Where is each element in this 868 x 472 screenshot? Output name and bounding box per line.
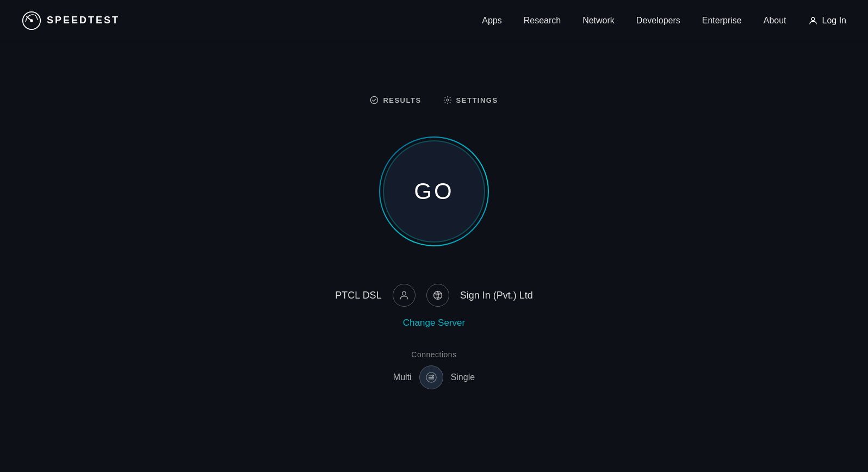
svg-point-3 <box>371 96 378 103</box>
single-option: Single <box>451 372 475 382</box>
multi-option: Multi <box>393 372 412 382</box>
navbar: SPEEDTEST Apps Research Network Develope… <box>0 0 868 41</box>
login-button[interactable]: Log In <box>808 16 846 26</box>
tabs-bar: RESULTS SETTINGS <box>370 96 498 104</box>
gear-icon <box>443 96 452 104</box>
main-content: RESULTS SETTINGS GO <box>0 41 868 389</box>
profile-icon <box>399 290 410 301</box>
checkmark-icon <box>370 96 379 104</box>
nav-network[interactable]: Network <box>582 16 615 26</box>
logo[interactable]: SPEEDTEST <box>22 11 120 30</box>
speedtest-logo-icon <box>22 11 41 30</box>
change-server-link[interactable]: Change Server <box>403 318 465 328</box>
isp-name: PTCL DSL <box>335 290 381 301</box>
login-label: Log In <box>822 16 846 26</box>
user-profile-icon-circle <box>393 284 416 307</box>
nav-enterprise[interactable]: Enterprise <box>702 16 742 26</box>
svg-point-2 <box>811 17 815 21</box>
server-info: PTCL DSL Sign In (Pvt.) Ltd <box>335 284 532 307</box>
svg-point-4 <box>447 99 449 101</box>
globe-icon <box>432 290 443 301</box>
go-button-container: GO <box>374 132 494 251</box>
nav-research[interactable]: Research <box>524 16 561 26</box>
server-name: Sign In (Pvt.) Ltd <box>460 290 533 301</box>
tab-settings[interactable]: SETTINGS <box>443 96 498 104</box>
go-label: GO <box>414 178 454 204</box>
svg-point-6 <box>402 291 406 295</box>
connections-switch-icon <box>425 371 437 383</box>
connections-toggle: Multi Single <box>393 365 475 389</box>
connections-label: Connections <box>411 350 456 359</box>
go-button[interactable]: GO <box>383 140 485 243</box>
settings-label: SETTINGS <box>456 96 498 104</box>
user-icon <box>808 16 818 26</box>
connections-section: Connections Multi Single <box>393 350 475 389</box>
connections-toggle-switch[interactable] <box>419 365 443 389</box>
results-label: RESULTS <box>383 96 421 104</box>
logo-text: SPEEDTEST <box>47 15 120 26</box>
globe-icon-circle <box>426 284 449 307</box>
tab-results[interactable]: RESULTS <box>370 96 421 104</box>
nav-links: Apps Research Network Developers Enterpr… <box>482 16 846 26</box>
nav-apps[interactable]: Apps <box>482 16 501 26</box>
nav-developers[interactable]: Developers <box>636 16 680 26</box>
svg-point-7 <box>433 291 442 300</box>
svg-point-1 <box>30 19 33 22</box>
nav-about[interactable]: About <box>764 16 786 26</box>
